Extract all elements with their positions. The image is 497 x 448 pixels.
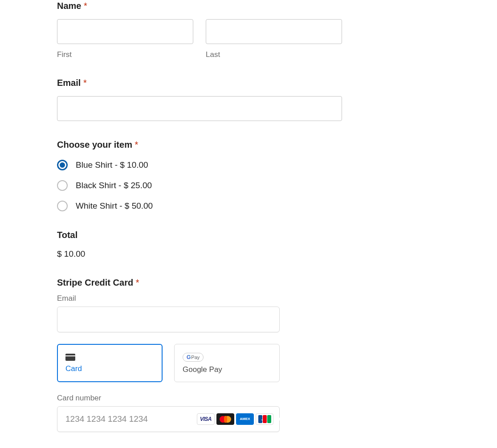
item-choice-label-text: Choose your item — [57, 140, 132, 149]
radio-icon-unchecked — [57, 201, 68, 211]
payment-method-card-label: Card — [65, 364, 154, 373]
required-marker: * — [136, 278, 139, 287]
jcb-icon: J C B — [256, 413, 273, 425]
email-input[interactable] — [57, 96, 342, 121]
card-number-label: Card number — [57, 394, 280, 403]
stripe-email-label: Email — [57, 294, 280, 303]
gpay-g: G — [187, 354, 191, 360]
credit-card-icon — [65, 354, 75, 361]
last-name-sublabel: Last — [206, 50, 342, 59]
total-label: Total — [57, 230, 342, 240]
first-name-input[interactable] — [57, 19, 193, 44]
payment-method-gpay-label: Google Pay — [183, 365, 271, 374]
required-marker: * — [134, 140, 138, 149]
google-pay-icon: G Pay — [183, 353, 204, 362]
stripe-section: Stripe Credit Card * Email Card G Pay Go… — [57, 278, 342, 432]
radio-option-black-shirt[interactable]: Black Shirt - $ 25.00 — [57, 180, 342, 191]
radio-option-white-shirt[interactable]: White Shirt - $ 50.00 — [57, 201, 342, 211]
email-label: Email * — [57, 78, 342, 88]
radio-icon-unchecked — [57, 180, 68, 191]
payment-method-card[interactable]: Card — [57, 344, 163, 382]
radio-option-blue-shirt[interactable]: Blue Shirt - $ 10.00 — [57, 160, 342, 170]
first-name-sublabel: First — [57, 50, 193, 59]
name-label-text: Name — [57, 1, 81, 11]
mastercard-icon — [216, 413, 234, 425]
visa-icon: VISA — [197, 413, 215, 425]
last-name-input[interactable] — [206, 19, 342, 44]
payment-method-google-pay[interactable]: G Pay Google Pay — [174, 344, 280, 382]
gpay-pay: Pay — [191, 355, 200, 360]
email-field-group: Email * — [57, 78, 342, 121]
name-label: Name * — [57, 1, 342, 11]
email-label-text: Email — [57, 78, 81, 88]
stripe-label-text: Stripe Credit Card — [57, 278, 133, 287]
radio-icon-checked — [57, 160, 68, 170]
stripe-email-input[interactable] — [57, 307, 280, 332]
total-value: $ 10.00 — [57, 249, 342, 259]
radio-label: Black Shirt - $ 25.00 — [76, 181, 152, 190]
card-brand-icons: VISA AMEX J C B — [197, 413, 273, 425]
total-group: Total $ 10.00 — [57, 230, 342, 259]
amex-icon: AMEX — [236, 413, 254, 425]
radio-label: White Shirt - $ 50.00 — [76, 201, 153, 211]
item-choice-label: Choose your item * — [57, 140, 342, 150]
required-marker: * — [83, 78, 87, 88]
radio-label: Blue Shirt - $ 10.00 — [76, 160, 148, 170]
required-marker: * — [84, 1, 87, 11]
name-field-group: Name * First Last — [57, 1, 342, 59]
stripe-label: Stripe Credit Card * — [57, 278, 342, 288]
item-choice-group: Choose your item * Blue Shirt - $ 10.00 … — [57, 140, 342, 211]
